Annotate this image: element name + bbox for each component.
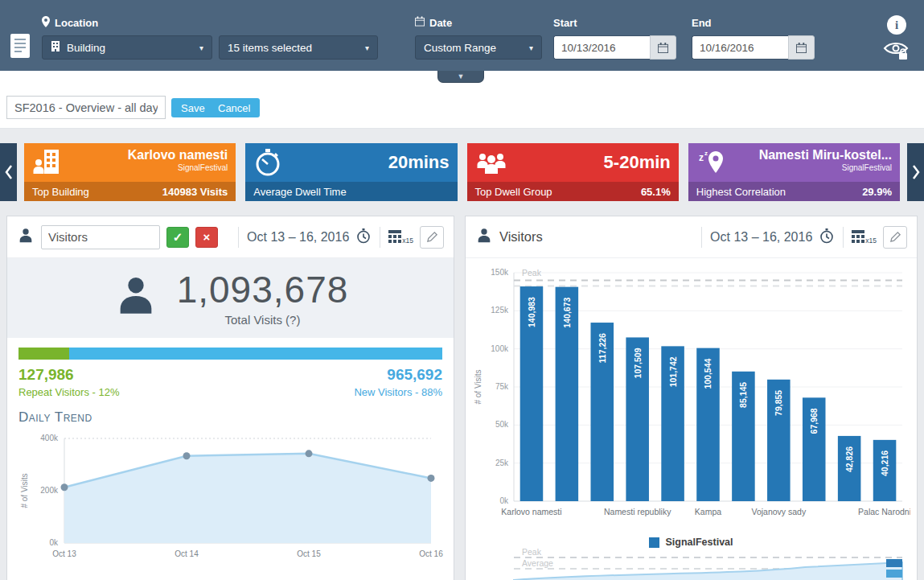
new-visitors-label: New Visitors - 88% — [354, 386, 442, 398]
end-calendar-button[interactable] — [788, 35, 815, 60]
kpi-card-list: Karlovo namestiSignalFestivalTop Buildin… — [17, 143, 907, 201]
total-visits-label: Total Visits (?) — [177, 313, 349, 327]
visitors-by-location-widget: Visitors Oct 13 – 16, 2016 x15 0k25k50k7… — [465, 216, 918, 580]
building-dropdown[interactable]: Building ▾ — [42, 35, 212, 60]
svg-text:Peak: Peak — [522, 268, 542, 278]
daily-trend-chart: 0k200k400kOct 13Oct 14Oct 15Oct 16# of V… — [18, 427, 444, 566]
report-document-icon[interactable] — [10, 34, 30, 61]
building-icon — [51, 41, 60, 54]
kpi-value: 65.1% — [641, 186, 671, 198]
eye-lock-icon[interactable] — [883, 40, 909, 64]
widget-header-tools: Oct 13 – 16, 2016 x15 — [700, 226, 907, 249]
kpi-label: Top Dwell Group — [475, 186, 552, 198]
widget-header: Visitors Oct 13 – 16, 2016 x15 — [466, 216, 917, 258]
widget-header: ✓ × Oct 13 – 16, 2016 x15 — [7, 216, 454, 258]
multiplier-grid-icon[interactable]: x15 — [388, 230, 413, 245]
correlation-pin-icon: zz — [696, 147, 732, 178]
svg-text:Karlovo namesti: Karlovo namesti — [501, 507, 561, 516]
svg-text:100,544: 100,544 — [704, 358, 713, 389]
widget-date-range: Oct 13 – 16, 2016 — [710, 230, 812, 245]
data-point[interactable] — [305, 450, 312, 457]
info-icon[interactable]: i — [887, 15, 906, 35]
items-selected-dropdown[interactable]: 15 items selected ▾ — [219, 35, 378, 60]
svg-text:z: z — [699, 152, 704, 163]
data-point[interactable] — [183, 452, 190, 459]
view-name-input[interactable] — [6, 96, 166, 119]
svg-text:101,742: 101,742 — [668, 356, 678, 387]
person-icon-large — [113, 273, 159, 323]
cancel-button[interactable]: Cancel — [208, 98, 260, 117]
svg-text:75k: 75k — [495, 382, 509, 391]
data-point[interactable] — [427, 475, 434, 482]
legend-swatch — [649, 537, 659, 548]
discard-button[interactable]: × — [195, 227, 218, 248]
filter-bar: Location Building ▾ 15 items selected ▾ … — [0, 0, 924, 71]
svg-text:25k: 25k — [495, 459, 509, 467]
person-icon — [17, 227, 35, 248]
edit-widget-button[interactable] — [420, 226, 444, 249]
repeat-progress — [18, 348, 69, 360]
visitor-split-values: 127,986 Repeat Visitors - 12% 965,692 Ne… — [18, 366, 442, 398]
end-date-group — [692, 35, 815, 60]
clock-icon — [819, 228, 835, 247]
svg-text:85,145: 85,145 — [738, 382, 748, 408]
total-visits-block: 1,093,678 Total Visits (?) — [7, 258, 454, 338]
data-point[interactable] — [60, 483, 68, 491]
svg-text:Average: Average — [522, 558, 553, 568]
svg-text:# of Visits: # of Visits — [20, 473, 29, 508]
svg-text:Oct 13: Oct 13 — [52, 549, 76, 558]
svg-text:125k: 125k — [491, 306, 509, 315]
svg-text:400k: 400k — [40, 434, 59, 442]
carousel-next-button[interactable] — [907, 143, 924, 201]
svg-text:Vojanovy sady: Vojanovy sady — [751, 507, 806, 516]
kpi-label: Highest Correlation — [696, 186, 786, 198]
partial-area-chart: PeakAverage — [472, 548, 910, 580]
clock-icon — [355, 228, 372, 247]
chevron-down-icon: ▾ — [529, 43, 533, 52]
end-date-label: End — [692, 16, 712, 29]
start-calendar-button[interactable] — [650, 35, 676, 60]
multiplier-grid-icon[interactable]: x15 — [852, 230, 877, 245]
daily-trend-title: Daily Trend — [18, 409, 442, 426]
total-visits-value: 1,093,678 — [177, 268, 349, 311]
kpi-label: Average Dwell Time — [253, 186, 346, 198]
svg-text:40,216: 40,216 — [880, 450, 889, 476]
svg-text:67,968: 67,968 — [809, 408, 819, 434]
carousel-prev-button[interactable] — [0, 143, 17, 201]
date-range-dropdown[interactable]: Custom Range ▾ — [415, 35, 542, 60]
svg-text:0k: 0k — [499, 496, 509, 505]
confirm-button[interactable]: ✓ — [166, 227, 189, 248]
kpi-card[interactable]: 20minsAverage Dwell Time — [245, 143, 457, 201]
new-visitors-value: 965,692 — [354, 366, 442, 384]
svg-text:150k: 150k — [491, 268, 509, 277]
svg-text:79,855: 79,855 — [774, 390, 783, 416]
start-date-label: Start — [553, 16, 577, 29]
svg-text:140,673: 140,673 — [562, 298, 572, 328]
kpi-title: 5-20min — [511, 151, 671, 174]
svg-text:100k: 100k — [491, 344, 509, 353]
divider — [843, 227, 844, 248]
visits-bar-chart: 0k25k50k75k100k125k150kPeak140,983140,67… — [472, 258, 910, 525]
kpi-subtitle: SignalFestival — [68, 163, 228, 172]
kpi-card[interactable]: 5-20minTop Dwell Group65.1% — [467, 143, 679, 201]
svg-text:z: z — [704, 150, 708, 157]
kpi-card[interactable]: Karlovo namestiSignalFestivalTop Buildin… — [24, 143, 236, 201]
svg-text:117,226: 117,226 — [598, 333, 607, 364]
widget-title-input[interactable] — [41, 225, 160, 249]
collapse-filters-button[interactable]: ▼ — [437, 71, 484, 83]
multiplier-label: x15 — [865, 237, 877, 245]
kpi-carousel: Karlovo namestiSignalFestivalTop Buildin… — [0, 143, 924, 201]
end-date-input[interactable] — [692, 35, 788, 60]
location-filter-label: Location — [42, 16, 98, 29]
svg-text:42,826: 42,826 — [844, 446, 854, 472]
svg-text:Peak: Peak — [522, 548, 542, 557]
calendar-icon — [415, 16, 425, 29]
start-date-input[interactable] — [553, 35, 650, 60]
svg-text:107,509: 107,509 — [633, 348, 643, 378]
legend-label: SignalFestival — [665, 537, 733, 548]
chevron-down-icon: ▾ — [365, 43, 369, 52]
edit-widget-button[interactable] — [883, 226, 907, 249]
kpi-title: Karlovo namesti — [68, 147, 228, 163]
kpi-card[interactable]: zzNamesti Miru-kostel...SignalFestivalHi… — [688, 143, 900, 201]
kpi-title: 20mins — [289, 151, 449, 174]
